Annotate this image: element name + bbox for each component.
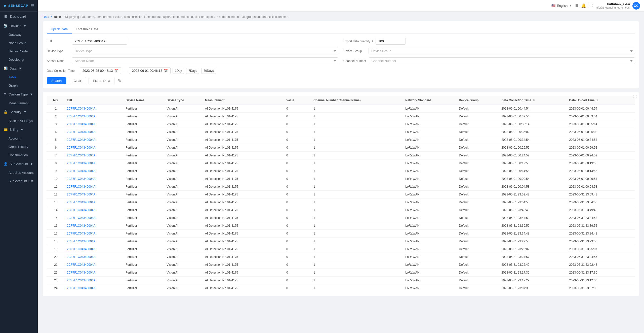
shortcut-1day-btn[interactable]: 1Day — [173, 68, 184, 74]
th-collection-time[interactable]: Data Collection Time ⇅ — [499, 96, 567, 105]
channel-number-select[interactable]: Channel Number — [369, 57, 635, 64]
language-selector[interactable]: 🇺🇸 English ▼ — [551, 4, 572, 8]
eui-link[interactable]: 2CF7F1C04340004A — [67, 247, 95, 251]
sidebar-item-consumption[interactable]: Consumption — [0, 151, 38, 159]
sidebar-item-sub-account-list[interactable]: Sub Account List — [0, 177, 38, 185]
sidebar-item-measurement[interactable]: Measurement — [0, 99, 38, 107]
eui-link[interactable]: 2CF7F1C04340004A — [67, 138, 95, 142]
sidebar-item-table[interactable]: Table — [0, 73, 38, 81]
search-button[interactable]: Search — [47, 77, 66, 84]
tab-uplink-data[interactable]: Uplink Data — [47, 25, 72, 34]
tab-threshold-data[interactable]: Threshold Data — [72, 25, 102, 34]
eui-link[interactable]: 2CF7F1C04340004A — [67, 271, 95, 274]
cell-eui: 2CF7F1C04340004A — [65, 136, 124, 144]
eui-link[interactable]: 2CF7F1C04340004A — [67, 115, 95, 118]
cell-channel: 1 — [311, 269, 403, 277]
sidebar-item-access-api-keys[interactable]: Access API keys — [0, 117, 38, 125]
device-type-select[interactable]: Device Type — [72, 48, 338, 54]
eui-link[interactable]: 2CF7F1C04340004A — [67, 224, 95, 227]
cell-device-type: Vision AI — [165, 144, 203, 152]
th-upload-time[interactable]: Data Upload Time ⇅ — [567, 96, 635, 105]
table-expand-icon[interactable]: ⛶ — [633, 94, 636, 98]
sidebar-group-security[interactable]: 🔒 Security ▼ — [0, 107, 38, 117]
th-device-type: Device Type — [165, 96, 203, 105]
cell-measurement: AI Detection No.01-4175 — [203, 230, 284, 238]
eui-link[interactable]: 2CF7F1C04340004A — [67, 193, 95, 196]
cell-upload-time: 2023-06-01 00:35:14 — [567, 120, 635, 128]
cell-network: LoRaWAN — [403, 238, 457, 245]
sidebar-security-label: Security — [10, 110, 21, 114]
sidebar-group-custom-type[interactable]: ⚙ Custom Type ▼ — [0, 90, 38, 99]
eui-link[interactable]: 2CF7F1C04340004A — [67, 279, 95, 282]
eui-link[interactable]: 2CF7F1C04340004A — [67, 240, 95, 243]
table-row: 23 2CF7F1C04340004A Fertilizer Vision AI… — [47, 277, 635, 284]
export-data-button[interactable]: Export Data — [89, 77, 114, 84]
date-end-value: 2023-06-01 00:46:13 — [132, 69, 162, 73]
cell-device-name: Fertilizer — [124, 191, 165, 198]
sidebar-item-dashboard[interactable]: ⊞ Dashboard — [0, 12, 38, 21]
sidebar-item-node-group[interactable]: Node Group — [0, 39, 38, 47]
cell-measurement: AI Detection No.01-4175 — [203, 214, 284, 222]
cell-device-group: Default — [457, 269, 499, 277]
eui-link[interactable]: 2CF7F1C04340004A — [67, 208, 95, 212]
custom-type-icon: ⚙ — [4, 92, 7, 96]
cell-device-type: Vision AI — [165, 253, 203, 261]
eui-link[interactable]: 2CF7F1C04340004A — [67, 286, 95, 290]
cell-measurement: AI Detection No.01-4175 — [203, 120, 284, 128]
cell-network: LoRaWAN — [403, 214, 457, 222]
date-start-input[interactable]: 2023-05-25 00:46:13 📅 — [80, 67, 121, 74]
eui-link[interactable]: 2CF7F1C04340004A — [67, 201, 95, 204]
cell-no: 21 — [47, 261, 65, 269]
eui-link[interactable]: 2CF7F1C04340004A — [67, 185, 95, 188]
expand-icon[interactable]: ⛶ — [589, 4, 593, 8]
eui-link[interactable]: 2CF7F1C04340004A — [67, 216, 95, 220]
hamburger-icon[interactable]: ☰ — [31, 3, 34, 8]
sidebar-group-devices[interactable]: 📡 Devices ▼ — [0, 21, 38, 30]
cell-eui: 2CF7F1C04340004A — [65, 191, 124, 198]
sidebar-item-graph[interactable]: Graph — [0, 81, 38, 90]
shortcut-7days-btn[interactable]: 7Days — [186, 68, 199, 74]
bell-icon[interactable]: 🔔 — [581, 3, 586, 8]
cell-measurement: AI Detection No.01-4175 — [203, 105, 284, 113]
eui-link[interactable]: 2CF7F1C04340004A — [67, 255, 95, 259]
eui-input[interactable] — [72, 38, 127, 45]
cell-value: 0 — [284, 167, 311, 175]
sidebar-group-billing[interactable]: 💳 Billing ▼ — [0, 125, 38, 134]
eui-link[interactable]: 2CF7F1C04340004A — [67, 146, 95, 149]
monitor-icon[interactable]: 🖥 — [575, 4, 579, 8]
eui-link[interactable]: 2CF7F1C04340004A — [67, 154, 95, 157]
export-qty-input[interactable] — [376, 38, 406, 45]
eui-link[interactable]: 2CF7F1C04340004A — [67, 263, 95, 267]
breadcrumb-desc: - Displaying EUI, name, measurement valu… — [63, 15, 289, 19]
sidebar-item-gateway[interactable]: Gateway — [0, 30, 38, 39]
sidebar-item-developlgt[interactable]: DevelopIgt — [0, 55, 38, 64]
sidebar-item-add-sub-account[interactable]: Add Sub Account — [0, 169, 38, 177]
sidebar-item-account[interactable]: Account — [0, 134, 38, 143]
sensor-node-select[interactable]: Sensor Node — [72, 57, 338, 64]
eui-link[interactable]: 2CF7F1C04340004A — [67, 130, 95, 134]
sidebar-group-sub-account[interactable]: 👤 Sub Account ▼ — [0, 159, 38, 169]
eui-link[interactable]: 2CF7F1C04340004A — [67, 169, 95, 173]
export-qty-field: Export data quantity ℹ — [343, 38, 635, 45]
cell-value: 0 — [284, 284, 311, 292]
eui-link[interactable]: 2CF7F1C04340004A — [67, 232, 95, 235]
th-measurement: Measurement — [203, 96, 284, 105]
sidebar-item-sensor-node[interactable]: Sensor Node — [0, 47, 38, 55]
eui-link[interactable]: 2CF7F1C04340004A — [67, 107, 95, 110]
upload-time-sort-icon: ⇅ — [596, 99, 598, 102]
eui-link[interactable]: 2CF7F1C04340004A — [67, 122, 95, 126]
device-group-select[interactable]: Device Group — [369, 48, 635, 54]
cell-value: 0 — [284, 120, 311, 128]
refresh-button[interactable]: ↻ — [117, 77, 122, 84]
cell-upload-time: 2023-06-01 00:14:56 — [567, 167, 635, 175]
sidebar-item-credit-history[interactable]: Credit History — [0, 143, 38, 151]
shortcut-30days-btn[interactable]: 30Days — [201, 68, 216, 74]
sidebar-group-data[interactable]: 📊 Data ▼ — [0, 64, 38, 73]
user-profile[interactable]: kutluhan_aktar info@theamplituhedron.com… — [596, 2, 640, 10]
eui-link[interactable]: 2CF7F1C04340004A — [67, 177, 95, 181]
eui-link[interactable]: 2CF7F1C04340004A — [67, 161, 95, 165]
cell-device-group: Default — [457, 222, 499, 230]
breadcrumb-data-link[interactable]: Data — [43, 15, 49, 19]
date-end-input[interactable]: 2023-06-01 00:46:13 📅 — [129, 67, 171, 74]
clear-button[interactable]: Clear — [69, 77, 86, 84]
